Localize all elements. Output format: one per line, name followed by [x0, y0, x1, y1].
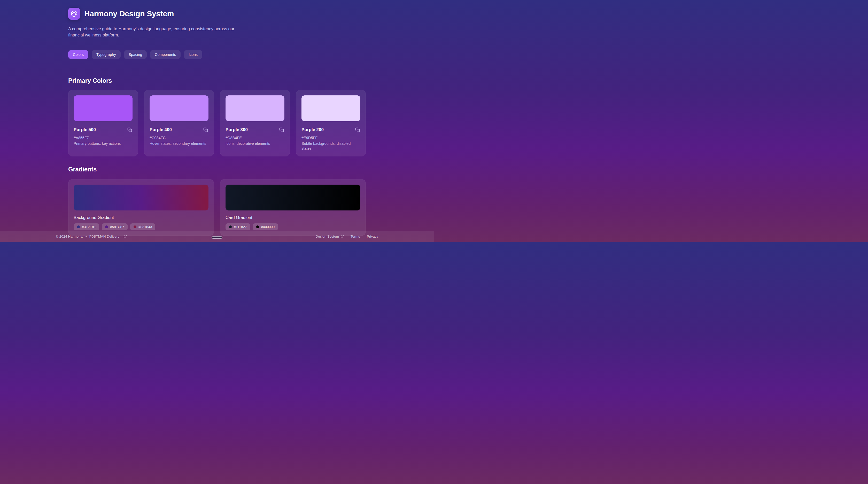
color-name: Purple 300 [225, 127, 248, 132]
main-content: Harmony Design System A comprehensive gu… [68, 0, 366, 236]
copy-icon [203, 127, 208, 132]
copy-button[interactable] [355, 127, 361, 133]
footer-link-delivery[interactable]: P0STMAN Delivery [89, 234, 129, 238]
copy-icon [127, 127, 132, 132]
color-chip: #312E81 [74, 223, 99, 230]
copyright-text: © 2024 Harmony. [56, 234, 83, 238]
color-card-purple-400: Purple 400 #C084FC Hover states, seconda… [144, 90, 214, 156]
color-chip: #000000 [253, 223, 278, 230]
gradient-card-card: Card Gradient #111827 #000000 [220, 179, 366, 236]
chip-hex: #831843 [138, 225, 152, 229]
footer-link-design-system[interactable]: Design System [315, 234, 344, 238]
tab-typography[interactable]: Typography [92, 50, 121, 59]
chip-hex: #312E81 [82, 225, 96, 229]
chip-hex: #111827 [234, 225, 247, 229]
page-title: Harmony Design System [84, 9, 174, 18]
home-indicator[interactable] [212, 236, 222, 239]
tab-bar: Colors Typography Spacing Components Ico… [68, 50, 366, 59]
color-name: Purple 400 [150, 127, 172, 132]
gradients-grid: Background Gradient #312E81 #581C87 #831… [68, 179, 366, 236]
color-usage: Primary buttons, key actions [74, 141, 132, 146]
delivery-link-label: P0STMAN Delivery [89, 234, 119, 238]
tab-spacing[interactable]: Spacing [124, 50, 147, 59]
privacy-link-label: Privacy [367, 234, 378, 238]
color-card-purple-200: Purple 200 #E9D5FF Subtle backgrounds, d… [296, 90, 366, 156]
chip-color-dot [256, 225, 259, 228]
footer-link-terms[interactable]: Terms [350, 234, 360, 238]
color-hex: #C084FC [150, 136, 209, 140]
gradient-swatch [74, 184, 209, 210]
color-hex: #D8B4FE [225, 136, 284, 140]
chip-color-dot [229, 225, 232, 228]
chip-hex: #581C87 [110, 225, 124, 229]
color-swatch [302, 95, 361, 121]
footer-link-privacy[interactable]: Privacy [367, 234, 378, 238]
design-system-link-label: Design System [315, 234, 339, 238]
color-hex: #E9D5FF [302, 136, 361, 140]
chip-hex: #000000 [261, 225, 275, 229]
copy-button[interactable] [279, 127, 284, 133]
terms-link-label: Terms [350, 234, 360, 238]
color-hex: #A855F7 [74, 136, 132, 140]
gradients-heading: Gradients [68, 166, 366, 173]
chip-color-dot [77, 225, 80, 228]
primary-colors-heading: Primary Colors [68, 77, 366, 84]
header: Harmony Design System [68, 8, 366, 20]
color-swatch [225, 95, 284, 121]
external-link-icon [340, 235, 344, 238]
color-card-purple-500: Purple 500 #A855F7 Primary buttons, key … [68, 90, 138, 156]
app-logo [68, 8, 80, 20]
color-name: Purple 200 [302, 127, 324, 132]
copy-icon [279, 127, 284, 132]
color-card-purple-300: Purple 300 #D8B4FE Icons, decorative ele… [220, 90, 290, 156]
gradient-swatch [225, 184, 361, 210]
chip-color-dot [105, 225, 108, 228]
copy-icon [355, 127, 360, 132]
color-usage: Icons, decorative elements [225, 141, 284, 146]
color-swatch [150, 95, 209, 121]
tab-colors[interactable]: Colors [68, 50, 88, 59]
palette-icon [71, 10, 78, 17]
color-chip: #831843 [130, 223, 156, 230]
color-usage: Hover states, secondary elements [150, 141, 209, 146]
page-subtitle: A comprehensive guide to Harmony's desig… [68, 26, 236, 38]
chip-color-dot [133, 225, 136, 228]
tab-components[interactable]: Components [150, 50, 181, 59]
color-swatch [74, 95, 132, 121]
tab-icons[interactable]: Icons [184, 50, 202, 59]
copy-button[interactable] [127, 127, 132, 133]
primary-colors-grid: Purple 500 #A855F7 Primary buttons, key … [68, 90, 366, 156]
color-chip: #111827 [225, 223, 250, 230]
bullet-separator: • [86, 234, 87, 238]
color-name: Purple 500 [74, 127, 96, 132]
external-link-icon [123, 235, 127, 238]
color-usage: Subtle backgrounds, disabled states [302, 141, 361, 151]
gradient-name: Card Gradient [225, 215, 361, 220]
gradient-card-background: Background Gradient #312E81 #581C87 #831… [68, 179, 214, 236]
copy-button[interactable] [203, 127, 209, 133]
gradient-name: Background Gradient [74, 215, 209, 220]
color-chip: #581C87 [102, 223, 128, 230]
